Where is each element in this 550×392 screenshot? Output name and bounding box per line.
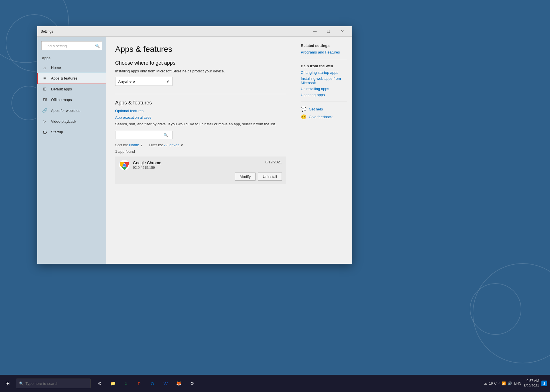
sidebar-item-label-home: Home: [51, 66, 61, 70]
sidebar-item-label-startup: Startup: [51, 130, 63, 134]
give-feedback-link[interactable]: Give feedback: [309, 115, 333, 119]
title-bar: Settings — ❐ ✕: [37, 26, 352, 37]
video-playback-icon: ▷: [42, 119, 48, 124]
excel-button[interactable]: X: [120, 377, 132, 390]
choose-desc: Installing apps only from Microsoft Stor…: [115, 69, 286, 73]
give-feedback-item: 😊 Give feedback: [301, 114, 347, 120]
wifi-icon: 📶: [502, 381, 506, 385]
get-help-item: 💬 Get help: [301, 106, 347, 112]
optional-features-link[interactable]: Optional features: [115, 109, 286, 113]
changing-startup-apps-link[interactable]: Changing startup apps: [301, 70, 347, 75]
sidebar-item-label-offline-maps: Offline maps: [51, 98, 72, 102]
sort-by-button[interactable]: Sort by: Name ∨: [115, 143, 143, 147]
sort-value: Name: [129, 143, 139, 147]
date-display: 8/20/2021: [524, 383, 539, 388]
app-icon: [119, 160, 129, 170]
default-apps-icon: ⊞: [42, 86, 48, 92]
updating-apps-link[interactable]: Updating apps: [301, 93, 347, 97]
give-feedback-icon: 😊: [301, 114, 307, 120]
sort-chevron: ∨: [140, 143, 143, 147]
sidebar: 🔍 Apps ⌂ Home ≡ Apps & features ⊞ Defaul…: [37, 37, 106, 264]
sidebar-item-label-apps-websites: Apps for websites: [51, 108, 80, 113]
programs-features-link[interactable]: Programs and Features: [301, 50, 347, 54]
apps-websites-icon: 🔗: [42, 108, 48, 113]
apps-features-icon: ≡: [42, 76, 48, 81]
sort-filter-row: Sort by: Name ∨ Filter by: All drives ∨: [115, 143, 286, 147]
sidebar-item-label-video-playback: Video playback: [51, 119, 76, 124]
uninstalling-apps-link[interactable]: Uninstalling apps: [301, 87, 347, 91]
app-search-box: chrome 🔍: [115, 131, 172, 139]
sidebar-item-label-apps-features: Apps & features: [51, 76, 78, 80]
filter-value: All drives: [164, 143, 179, 147]
filter-by-button[interactable]: Filter by: All drives ∨: [149, 143, 183, 147]
svg-point-3: [123, 164, 126, 167]
window-title: Settings: [41, 29, 53, 33]
taskbar-search-input[interactable]: [25, 381, 87, 386]
source-dropdown-chevron: ∨: [166, 79, 169, 84]
close-button[interactable]: ✕: [336, 27, 349, 36]
speaker-icon: 🔊: [508, 381, 512, 385]
app-execution-aliases-link[interactable]: App execution aliases: [115, 115, 286, 120]
weather-icon: ☁: [484, 381, 487, 385]
app-search-input[interactable]: chrome: [118, 133, 164, 137]
app-info: Google Chrome 92.0.4515.159: [133, 161, 265, 170]
powerpoint-button[interactable]: P: [133, 377, 146, 390]
sort-label: Sort by:: [115, 143, 128, 147]
sidebar-item-label-default-apps: Default apps: [51, 87, 72, 91]
sidebar-item-apps-websites[interactable]: 🔗 Apps for websites: [37, 105, 106, 116]
chevron-icon: ^: [498, 382, 500, 385]
sidebar-item-video-playback[interactable]: ▷ Video playback: [37, 116, 106, 127]
app-item-header: Google Chrome 92.0.4515.159 8/19/2021: [119, 160, 282, 170]
clock: 9:57 AM 8/20/2021: [524, 379, 539, 388]
start-button[interactable]: ⊞: [0, 375, 15, 392]
notification-badge[interactable]: 2: [541, 381, 547, 386]
source-dropdown-value: Anywhere: [118, 79, 135, 84]
task-view-button[interactable]: ⊙: [93, 377, 106, 390]
right-panel: Related settings Programs and Features H…: [295, 37, 352, 264]
outlook-button[interactable]: O: [146, 377, 159, 390]
temperature-display: 19°C: [489, 381, 497, 385]
sidebar-item-startup[interactable]: ⏻ Startup: [37, 127, 106, 137]
right-divider-1: [301, 59, 347, 59]
sidebar-item-apps-features[interactable]: ≡ Apps & features: [37, 73, 106, 84]
offline-maps-icon: 🗺: [42, 97, 48, 102]
source-dropdown-container: Anywhere ∨: [115, 77, 286, 86]
settings-button[interactable]: ⚙: [186, 377, 198, 390]
related-settings-title: Related settings: [301, 43, 347, 48]
installing-web-apps-link[interactable]: Installing web apps from Microsoft: [301, 76, 347, 85]
main-content: Apps & features Choose where to get apps…: [106, 37, 295, 264]
filter-chevron: ∨: [180, 143, 183, 147]
home-icon: ⌂: [42, 65, 48, 70]
search-desc: Search, sort, and filter by drive. If yo…: [115, 122, 286, 126]
taskbar-icons: ⊙ 📁 X P O W 🦊 ⚙: [93, 377, 198, 390]
file-explorer-button[interactable]: 📁: [107, 377, 119, 390]
word-button[interactable]: W: [159, 377, 172, 390]
taskbar-search-box: 🔍: [16, 379, 91, 388]
source-dropdown[interactable]: Anywhere ∨: [115, 77, 172, 86]
find-search-icon: 🔍: [95, 44, 100, 48]
firefox-button[interactable]: 🦊: [172, 377, 185, 390]
startup-icon: ⏻: [42, 130, 48, 134]
app-list-item: Google Chrome 92.0.4515.159 8/19/2021 Mo…: [115, 157, 286, 184]
settings-window: Settings — ❐ ✕ 🔍 Apps ⌂ Home ≡ Apps: [37, 26, 352, 264]
modify-button[interactable]: Modify: [235, 173, 256, 181]
choose-heading: Choose where to get apps: [115, 60, 286, 66]
taskbar: ⊞ 🔍 ⊙ 📁 X P O W 🦊 ⚙ ☁ 19°C ^ 📶 🔊 ENG 9:5…: [0, 375, 550, 392]
uninstall-button[interactable]: Uninstall: [258, 173, 282, 181]
sidebar-item-default-apps[interactable]: ⊞ Default apps: [37, 84, 106, 94]
maximize-button[interactable]: ❐: [322, 27, 335, 36]
sidebar-item-offline-maps[interactable]: 🗺 Offline maps: [37, 94, 106, 105]
sidebar-item-home[interactable]: ⌂ Home: [37, 62, 106, 73]
minimize-button[interactable]: —: [308, 27, 321, 36]
find-setting-container: 🔍: [41, 41, 102, 50]
right-divider-2: [301, 102, 347, 102]
app-search-icon: 🔍: [164, 133, 168, 137]
apps-found-count: 1 app found: [115, 149, 286, 154]
search-row: chrome 🔍: [115, 131, 286, 139]
help-web-title: Help from the web: [301, 64, 347, 68]
divider-1: [115, 94, 286, 94]
find-setting-input[interactable]: [41, 41, 102, 50]
system-tray: ☁ 19°C ^ 📶 🔊: [484, 381, 512, 385]
get-help-icon: 💬: [301, 106, 307, 112]
get-help-link[interactable]: Get help: [309, 107, 323, 111]
